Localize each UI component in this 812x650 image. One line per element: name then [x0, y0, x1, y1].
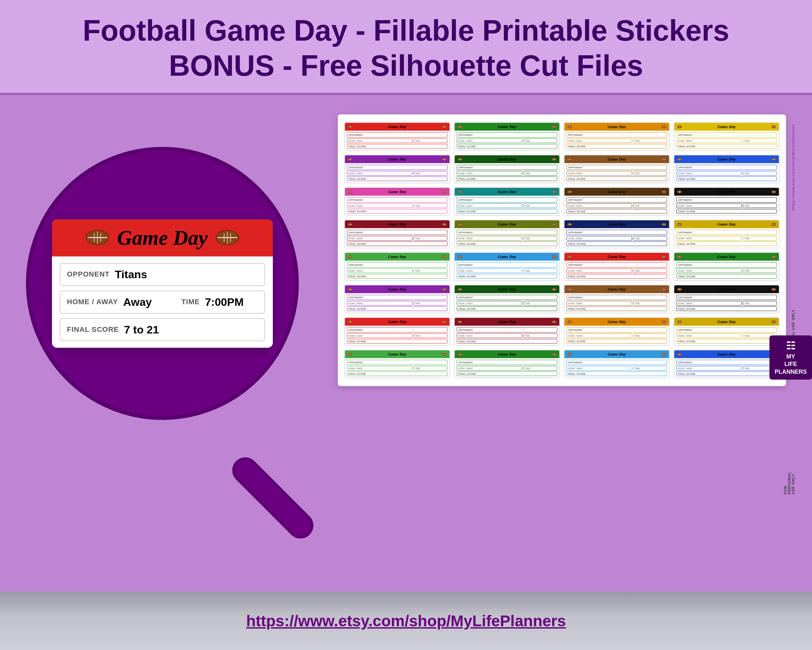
- page-header: Football Game Day - Fillable Printable S…: [0, 0, 812, 95]
- sticker-mini: Game DayOPPONENTHOME / AWAYTIMEFINAL SCO…: [344, 350, 450, 378]
- football-right-icon: [214, 229, 240, 247]
- sticker-mini: Game DayOPPONENTHOME / AWAYTIMEFINAL SCO…: [344, 187, 450, 216]
- sticker-grid: Game DayOPPONENTHOME / AWAYTIMEFINAL SCO…: [344, 122, 780, 378]
- brand-logo: ☷ MY LIFE PLANNERS: [769, 335, 812, 379]
- home-away-row: HOME / AWAY Away TIME 7:00PM: [60, 291, 265, 314]
- sticker-mini: Game DayOPPONENTHOME / AWAYTIMEFINAL SCO…: [674, 122, 780, 151]
- sticker-mini: Game DayOPPONENTHOME / AWAYTIMEFINAL SCO…: [674, 350, 780, 378]
- football-left-icon: [84, 229, 110, 247]
- opponent-label: OPPONENT: [67, 270, 110, 278]
- sticker-mini: Game DayOPPONENTHOME / AWAYTIMEFINAL SCO…: [344, 317, 450, 346]
- side-label-url: https://www.etsy.com/shop/MyLifePlanners: [791, 124, 795, 211]
- sticker-mini: Game DayOPPONENTHOME / AWAYTIMEFINAL SCO…: [674, 285, 780, 313]
- opponent-value: Titans: [114, 268, 258, 281]
- sticker-mini: Game DayOPPONENTHOME / AWAYTIMEFINAL SCO…: [564, 187, 670, 216]
- magnifier-circle: Game Day: [26, 147, 299, 420]
- final-score-label: FINAL SCORE: [67, 325, 119, 334]
- time-value: 7:00PM: [205, 296, 258, 309]
- sticker-mini: Game DayOPPONENTHOME / AWAYTIMEFINAL SCO…: [564, 350, 670, 378]
- sticker-mini: Game DayOPPONENTHOME / AWAYTIMEFINAL SCO…: [564, 317, 670, 346]
- sticker-mini: Game DayOPPONENTHOME / AWAYTIMEFINAL SCO…: [454, 220, 560, 248]
- magnifier-handle: [227, 452, 319, 544]
- opponent-row: OPPONENT Titans: [60, 263, 265, 286]
- game-card-body: OPPONENT Titans HOME / AWAY Away TIME 7:…: [52, 257, 273, 348]
- sticker-mini: Game DayOPPONENTHOME / AWAYTIMEFINAL SCO…: [674, 155, 780, 183]
- sticker-mini: Game DayOPPONENTHOME / AWAYTIMEFINAL SCO…: [454, 155, 560, 183]
- sticker-mini: Game DayOPPONENTHOME / AWAYTIMEFINAL SCO…: [454, 187, 560, 216]
- main-content: Game Day: [0, 95, 812, 592]
- sticker-mini: Game DayOPPONENTHOME / AWAYTIMEFINAL SCO…: [344, 155, 450, 183]
- game-card-large: Game Day: [52, 219, 273, 348]
- sticker-mini: Game DayOPPONENTHOME / AWAYTIMEFINAL SCO…: [674, 187, 780, 216]
- sticker-sheet: https://www.etsy.com/shop/MyLifePlanners…: [338, 115, 786, 386]
- time-label: TIME: [181, 298, 200, 306]
- final-score-row: FINAL SCORE 7 to 21: [60, 318, 265, 341]
- sticker-mini: Game DayOPPONENTHOME / AWAYTIMEFINAL SCO…: [564, 220, 670, 248]
- footer-url[interactable]: https://www.etsy.com/shop/MyLifePlanners: [246, 612, 566, 630]
- final-score-value: 7 to 21: [124, 323, 258, 336]
- sticker-mini: Game DayOPPONENTHOME / AWAYTIMEFINAL SCO…: [344, 220, 450, 248]
- sticker-mini: Game DayOPPONENTHOME / AWAYTIMEFINAL SCO…: [564, 285, 670, 313]
- sticker-mini: Game DayOPPONENTHOME / AWAYTIMEFINAL SCO…: [454, 317, 560, 346]
- magnifier-inner: Game Day: [36, 157, 289, 410]
- sticker-mini: Game DayOPPONENTHOME / AWAYTIMEFINAL SCO…: [674, 220, 780, 248]
- sticker-mini: Game DayOPPONENTHOME / AWAYTIMEFINAL SCO…: [564, 122, 670, 151]
- sticker-mini: Game DayOPPONENTHOME / AWAYTIMEFINAL SCO…: [674, 317, 780, 346]
- magnifier-area: Game Day: [26, 115, 318, 569]
- sticker-mini: Game DayOPPONENTHOME / AWAYTIMEFINAL SCO…: [344, 252, 450, 281]
- sticker-mini: Game DayOPPONENTHOME / AWAYTIMEFINAL SCO…: [454, 252, 560, 281]
- home-away-label: HOME / AWAY: [67, 298, 118, 306]
- floor-area: https://www.etsy.com/shop/MyLifePlanners: [0, 592, 812, 650]
- sticker-mini: Game DayOPPONENTHOME / AWAYTIMEFINAL SCO…: [344, 285, 450, 313]
- sticker-mini: Game DayOPPONENTHOME / AWAYTIMEFINAL SCO…: [454, 285, 560, 313]
- sticker-mini: Game DayOPPONENTHOME / AWAYTIMEFINAL SCO…: [674, 252, 780, 281]
- game-card-title: Game Day: [117, 226, 208, 250]
- game-card-header: Game Day: [52, 219, 273, 257]
- side-label-personal-2: FOR PERSONAL USE ONLY: [783, 472, 795, 494]
- sticker-mini: Game DayOPPONENTHOME / AWAYTIMEFINAL SCO…: [344, 122, 450, 151]
- sticker-mini: Game DayOPPONENTHOME / AWAYTIMEFINAL SCO…: [454, 350, 560, 378]
- home-away-value: Away: [123, 296, 176, 309]
- header-title: Football Game Day - Fillable Printable S…: [20, 13, 792, 83]
- sticker-mini: Game DayOPPONENTHOME / AWAYTIMEFINAL SCO…: [564, 155, 670, 183]
- sticker-mini: Game DayOPPONENTHOME / AWAYTIMEFINAL SCO…: [454, 122, 560, 151]
- sticker-mini: Game DayOPPONENTHOME / AWAYTIMEFINAL SCO…: [564, 252, 670, 281]
